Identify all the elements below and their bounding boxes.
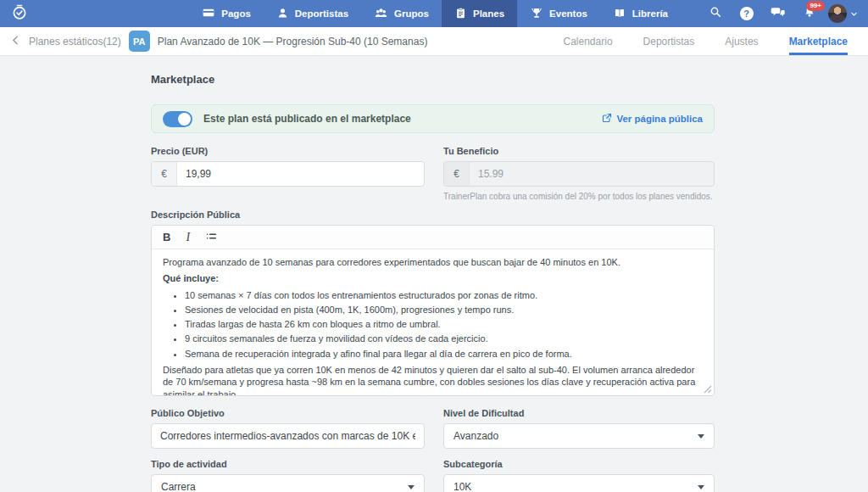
card-icon bbox=[202, 6, 215, 21]
price-label: Precio (EUR) bbox=[151, 146, 425, 156]
breadcrumb-parent-link[interactable]: Planes estáticos(12) bbox=[29, 36, 121, 48]
subcategory-label: Subcategoría bbox=[443, 459, 715, 469]
avatar bbox=[828, 4, 847, 23]
difficulty-field: Nivel de Dificultad Avanzado bbox=[443, 408, 715, 449]
main-content: Marketplace Este plan está publicado en … bbox=[0, 56, 868, 492]
tab-ajustes[interactable]: Ajustes bbox=[725, 27, 758, 55]
search-button[interactable] bbox=[699, 0, 731, 27]
subcategory-field: Subcategoría 10K bbox=[443, 459, 715, 492]
help-button[interactable] bbox=[731, 0, 762, 27]
nav-item-label: Grupos bbox=[394, 8, 429, 19]
tab-deportistas[interactable]: Deportistas bbox=[643, 27, 695, 55]
dropdown-caret-icon bbox=[698, 434, 704, 439]
description-includes-heading: Qué incluye: bbox=[163, 272, 703, 284]
plan-tabs: Calendario Deportistas Ajustes Marketpla… bbox=[564, 27, 848, 55]
nav-tools: 99+ bbox=[699, 0, 868, 27]
notification-badge: 99+ bbox=[806, 1, 825, 11]
resize-handle[interactable] bbox=[703, 384, 712, 394]
nav-item-grupos[interactable]: Grupos bbox=[361, 0, 442, 27]
subcategory-select[interactable]: 10K bbox=[443, 474, 715, 492]
publish-toggle[interactable] bbox=[163, 111, 192, 127]
publish-banner: Este plan está publicado en el marketpla… bbox=[151, 104, 715, 133]
publish-status-text: Este plan está publicado en el marketpla… bbox=[203, 113, 411, 125]
difficulty-label: Nivel de Dificultad bbox=[443, 408, 715, 418]
subcategory-selected-value: 10K bbox=[453, 481, 471, 492]
public-page-link[interactable]: Ver página pública bbox=[602, 113, 703, 125]
book-icon bbox=[613, 7, 626, 21]
user-menu[interactable] bbox=[825, 4, 861, 23]
nav-items: Pagos Deportistas Grupos Planes Eventos bbox=[189, 0, 681, 27]
breadcrumb: Planes estáticos(12) PA Plan Avanzado de… bbox=[10, 27, 427, 55]
rich-text-editor: B I Programa avanzado de 10 semanas para… bbox=[151, 225, 715, 396]
benefit-field: Tu Beneficio € TrainerPlan cobra una com… bbox=[443, 146, 715, 201]
help-icon bbox=[740, 7, 754, 20]
currency-prefix: € bbox=[444, 162, 470, 186]
person-icon bbox=[276, 7, 289, 21]
public-page-link-label: Ver página pública bbox=[616, 114, 703, 124]
nav-item-label: Eventos bbox=[549, 8, 587, 19]
plan-header-bar: Planes estáticos(12) PA Plan Avanzado de… bbox=[0, 27, 868, 56]
price-field: Precio (EUR) € bbox=[151, 146, 425, 201]
top-navbar: Pagos Deportistas Grupos Planes Eventos bbox=[0, 0, 868, 27]
currency-prefix: € bbox=[152, 162, 177, 186]
benefit-input bbox=[470, 162, 714, 186]
editor-toolbar: B I bbox=[152, 226, 714, 249]
chevron-down-icon bbox=[850, 6, 858, 21]
italic-button[interactable]: I bbox=[186, 232, 190, 243]
nav-item-label: Pagos bbox=[221, 8, 251, 19]
trophy-icon bbox=[530, 7, 543, 21]
list-item: Sesiones de velocidad en pista (400m, 1K… bbox=[185, 304, 703, 316]
notifications-button[interactable]: 99+ bbox=[793, 0, 825, 27]
benefit-label: Tu Beneficio bbox=[443, 146, 715, 156]
description-field: Descripción Pública B I Programa avanzad… bbox=[151, 210, 715, 396]
chevron-left-icon bbox=[10, 34, 21, 49]
nav-item-label: Deportistas bbox=[295, 8, 348, 19]
app-logo[interactable] bbox=[0, 0, 39, 27]
people-icon bbox=[374, 7, 388, 21]
list-item: Tiradas largas de hasta 26 km con bloque… bbox=[185, 318, 703, 330]
description-label: Descripción Pública bbox=[151, 210, 715, 220]
nav-item-libreria[interactable]: Librería bbox=[600, 0, 681, 27]
difficulty-select[interactable]: Avanzado bbox=[443, 423, 715, 449]
plan-title: Plan Avanzado de 10K — Progresión Sub-40… bbox=[158, 36, 428, 48]
chat-button[interactable] bbox=[762, 0, 793, 27]
description-editor-body[interactable]: Programa avanzado de 10 semanas para cor… bbox=[152, 249, 714, 395]
nav-item-deportistas[interactable]: Deportistas bbox=[264, 0, 361, 27]
nav-item-planes[interactable]: Planes bbox=[442, 0, 517, 27]
search-icon bbox=[709, 5, 722, 22]
activity-select[interactable]: Carrera bbox=[151, 474, 425, 492]
audience-field: Público Objetivo bbox=[151, 408, 425, 449]
dropdown-caret-icon bbox=[698, 485, 704, 489]
activity-field: Tipo de actividad Carrera bbox=[151, 459, 425, 492]
activity-label: Tipo de actividad bbox=[151, 459, 425, 469]
stopwatch-check-icon bbox=[11, 3, 28, 24]
clipboard-icon bbox=[454, 7, 467, 21]
bullet-list-button[interactable] bbox=[205, 230, 218, 244]
chat-icon bbox=[771, 5, 786, 22]
audience-input[interactable] bbox=[151, 423, 425, 449]
bullet-list-icon bbox=[205, 232, 218, 245]
tab-calendario[interactable]: Calendario bbox=[564, 27, 613, 55]
tab-marketplace[interactable]: Marketplace bbox=[789, 27, 848, 55]
external-link-icon bbox=[602, 113, 612, 125]
list-item: 9 circuitos semanales de fuerza y movili… bbox=[185, 333, 703, 344]
description-design-paragraph: Diseñado para atletas que ya corren 10K … bbox=[163, 364, 703, 395]
plan-initials-badge: PA bbox=[129, 31, 150, 52]
list-item: Semana de recuperación integrada y afino… bbox=[185, 348, 703, 360]
bold-button[interactable]: B bbox=[163, 232, 170, 243]
difficulty-selected-value: Avanzado bbox=[453, 430, 498, 442]
activity-selected-value: Carrera bbox=[161, 481, 196, 492]
description-intro: Programa avanzado de 10 semanas para cor… bbox=[163, 256, 703, 268]
nav-item-label: Librería bbox=[632, 8, 668, 19]
audience-label: Público Objetivo bbox=[151, 408, 425, 418]
nav-item-eventos[interactable]: Eventos bbox=[517, 0, 600, 27]
nav-item-label: Planes bbox=[473, 8, 504, 19]
nav-item-pagos[interactable]: Pagos bbox=[189, 0, 264, 27]
commission-helper-text: TrainerPlan cobra una comisión del 20% p… bbox=[443, 192, 715, 201]
page-title: Marketplace bbox=[151, 73, 715, 86]
back-button[interactable] bbox=[10, 34, 21, 49]
description-bullet-list: 10 semanas × 7 días con todos los entren… bbox=[163, 289, 703, 360]
price-input[interactable] bbox=[177, 162, 424, 186]
dropdown-caret-icon bbox=[408, 485, 415, 489]
list-item: 10 semanas × 7 días con todos los entren… bbox=[185, 289, 703, 301]
